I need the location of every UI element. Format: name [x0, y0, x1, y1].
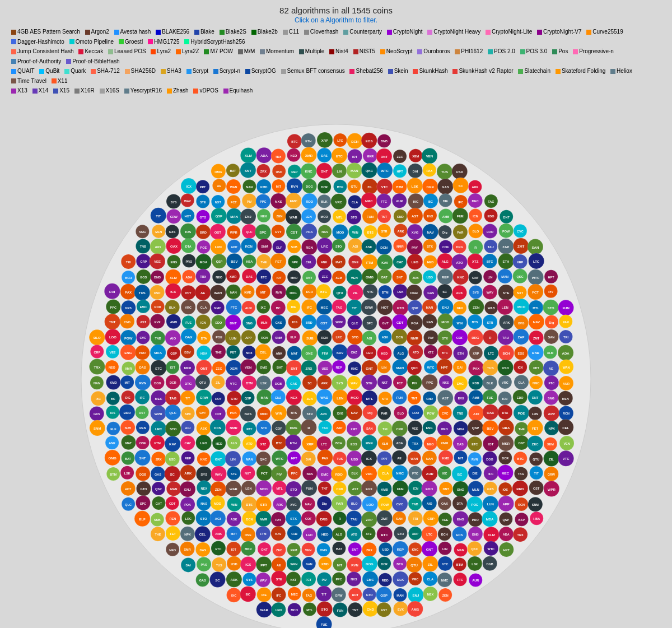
svg-text:PAY: PAY — [428, 336, 434, 339]
svg-text:FUE: FUE — [185, 321, 192, 324]
svg-text:FUN: FUN — [562, 306, 569, 310]
svg-text:MKR: MKR — [367, 154, 374, 157]
svg-text:ZMT: ZMT — [517, 245, 525, 248]
svg-text:ARK: ARK — [230, 578, 238, 582]
svg-text:NPX: NPX — [184, 532, 191, 536]
svg-text:SAN: SAN — [548, 335, 555, 338]
svg-text:ALG: ALG — [335, 533, 342, 536]
svg-text:ETH: ETH — [305, 139, 311, 142]
svg-text:IFC: IFC — [140, 396, 145, 399]
svg-text:NEO: NEO — [169, 548, 176, 551]
svg-text:TUS: TUS — [441, 170, 448, 174]
svg-text:MAT: MAT — [335, 260, 342, 264]
svg-text:XMR: XMR — [305, 153, 313, 157]
svg-text:IFC: IFC — [488, 472, 493, 475]
svg-text:NXT: NXT — [215, 201, 222, 204]
svg-text:XVG: XVG — [337, 412, 344, 415]
svg-text:TUS: TUS — [337, 457, 343, 460]
svg-text:FUN: FUN — [306, 487, 312, 490]
svg-text:VRC: VRC — [412, 578, 419, 581]
svg-text:CEL: CEL — [306, 260, 312, 264]
svg-text:DTA: DTA — [457, 502, 463, 505]
svg-text:REP: REP — [442, 276, 449, 279]
svg-text:ICX: ICX — [366, 457, 372, 460]
svg-text:WAB: WAB — [260, 608, 269, 612]
svg-text:MIT: MIT — [124, 381, 130, 384]
svg-text:RDD: RDD — [306, 200, 314, 203]
svg-text:OMG: OMG — [109, 456, 117, 459]
svg-text:MDA: MDA — [154, 351, 162, 355]
subtitle[interactable]: Click on a Algorithm to filter. — [0, 16, 672, 24]
svg-text:ETC: ETC — [155, 366, 162, 370]
svg-text:DRG: DRG — [290, 426, 298, 430]
svg-text:CEL: CEL — [562, 426, 569, 429]
svg-text:COF: COF — [305, 517, 312, 520]
svg-text:ZEC: ZEC — [216, 367, 222, 370]
svg-text:TRX: TRX — [412, 442, 418, 445]
svg-text:AST: AST — [442, 397, 449, 400]
svg-text:SAN: SAN — [366, 427, 373, 430]
svg-text:OST: OST — [139, 411, 146, 415]
svg-text:PAR: PAR — [381, 412, 387, 415]
svg-text:FUN: FUN — [337, 608, 343, 612]
svg-text:REP: REP — [291, 170, 298, 173]
svg-text:STR: STR — [487, 320, 493, 324]
svg-text:DIE: DIE — [291, 305, 297, 309]
svg-text:DGB: DGB — [139, 472, 146, 476]
svg-text:NMC: NMC — [214, 306, 221, 310]
svg-text:SNT: SNT — [245, 169, 251, 172]
svg-text:HBA: HBA — [200, 351, 207, 355]
svg-text:HPT: HPT — [503, 548, 510, 551]
svg-text:CLA: CLA — [382, 472, 389, 475]
svg-text:LEO: LEO — [306, 533, 313, 537]
svg-text:BRD: BRD — [123, 411, 131, 414]
svg-text:ADA: ADA — [185, 275, 192, 278]
svg-text:RVN: RVN — [276, 290, 282, 294]
svg-text:BNB: BNB — [154, 276, 161, 279]
svg-text:STE: STE — [503, 291, 510, 294]
svg-text:LIN: LIN — [381, 365, 386, 369]
svg-text:MCO: MCO — [260, 487, 268, 490]
svg-text:CEL: CEL — [199, 533, 206, 536]
svg-text:BTM: BTM — [382, 291, 389, 294]
svg-text:IXC: IXC — [261, 305, 266, 309]
svg-text:KAV: KAV — [169, 443, 176, 446]
svg-text:QKC: QKC — [260, 457, 267, 460]
svg-text:CHZ: CHZ — [291, 532, 298, 535]
svg-text:BTG: BTG — [337, 185, 344, 188]
chart-area[interactable]: BTCETHXRPLTCBCHEOSBNBXLMADATRXNEOXMRDASE… — [0, 99, 672, 629]
svg-text:BLO: BLO — [94, 336, 101, 339]
svg-text:ASK: ASK — [231, 518, 237, 521]
svg-text:DNT: DNT — [230, 321, 237, 324]
svg-text:FTC: FTC — [548, 382, 554, 385]
svg-text:NXS: NXS — [125, 306, 132, 310]
svg-text:USD: USD — [154, 291, 161, 294]
svg-text:MAN: MAN — [230, 215, 238, 218]
svg-text:EDO: EDO — [426, 487, 433, 491]
svg-text:ZAP: ZAP — [366, 518, 372, 522]
svg-text:DOG: DOG — [486, 457, 493, 460]
bubble-chart[interactable]: BTCETHXRPLTCBCHEOSBNBXLMADATRXNEOXMRDASE… — [0, 99, 672, 629]
svg-text:GAS: GAS — [427, 291, 434, 295]
svg-text:ARK: ARK — [503, 320, 510, 324]
svg-text:STX: STX — [427, 245, 433, 248]
svg-text:WAN: WAN — [230, 185, 237, 189]
svg-text:WAN: WAN — [563, 365, 570, 369]
svg-text:ENG: ENG — [457, 518, 464, 521]
svg-text:WIN: WIN — [352, 230, 358, 234]
svg-text:TNT: TNT — [352, 608, 358, 612]
svg-text:VEE: VEE — [154, 260, 161, 263]
svg-text:LSK: LSK — [472, 562, 478, 565]
svg-text:APP: APP — [502, 502, 509, 505]
svg-text:XLM: XLM — [245, 154, 252, 157]
svg-text:LRC: LRC — [155, 427, 162, 431]
svg-text:THE: THE — [519, 427, 525, 431]
svg-text:VRC: VRC — [335, 200, 342, 203]
svg-text:XRP: XRP — [473, 351, 479, 355]
svg-text:EVX: EVX — [398, 607, 404, 611]
svg-text:CHZ: CHZ — [185, 441, 192, 445]
svg-text:BTC: BTC — [487, 259, 493, 263]
svg-text:DOG: DOG — [154, 382, 161, 385]
svg-text:RDD: RDD — [382, 578, 389, 582]
svg-text:EVX: EVX — [155, 320, 161, 323]
